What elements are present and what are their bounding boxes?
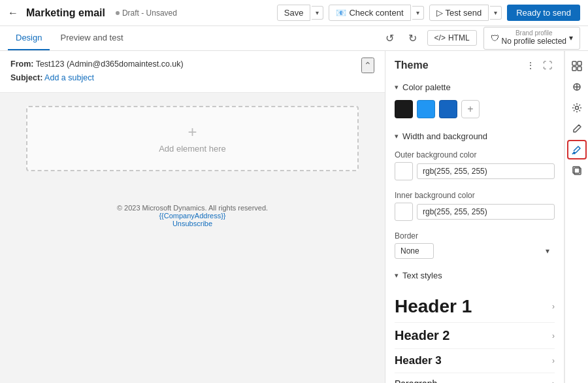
email-body: + Add element here — [0, 93, 385, 197]
footer-company-template: {{CompanyAddress}} — [159, 212, 225, 220]
right-panel: Theme ⋮ ⛶ ▾ Color palette + ▾ Width a — [385, 51, 588, 383]
drop-zone-plus-icon: + — [188, 123, 197, 141]
outer-bg-color-preview[interactable] — [395, 162, 413, 180]
email-header: From: Test123 (Admin@d365domaintest.co.u… — [0, 51, 385, 93]
color-swatch-0[interactable] — [395, 100, 413, 118]
tab-preview-test[interactable]: Preview and test — [52, 26, 131, 50]
draft-status: Draft - Unsaved — [116, 8, 177, 18]
inner-bg-label: Inner background color — [395, 191, 555, 200]
paragraph-label: Paragraph — [395, 378, 437, 383]
theme-header: Theme ⋮ ⛶ — [385, 51, 564, 77]
inner-bg-input[interactable] — [417, 204, 555, 220]
test-send-chevron[interactable]: ▾ — [490, 6, 502, 20]
email-meta: From: Test123 (Admin@d365domaintest.co.u… — [10, 58, 184, 86]
test-send-button[interactable]: ▷ Test send — [429, 5, 489, 21]
text-styles-section-header[interactable]: ▾ Text styles — [385, 265, 564, 286]
email-footer: © 2023 Microsoft Dynamics. All rights re… — [0, 197, 385, 234]
theme-panel: Theme ⋮ ⛶ ▾ Color palette + ▾ Width a — [385, 51, 564, 383]
border-select-wrapper: None Solid Dashed Dotted — [395, 243, 555, 259]
brand-profile-value: No profile selected — [502, 37, 566, 46]
from-value: Test123 (Admin@d365domaintest.co.uk) — [36, 59, 184, 69]
page-title: Marketing email — [26, 7, 105, 19]
h3-label: Header 3 — [395, 354, 442, 367]
drop-zone[interactable]: + Add element here — [26, 106, 359, 171]
brand-chevron-icon: ▾ — [569, 33, 573, 42]
svg-line-8 — [572, 154, 573, 155]
footer-unsubscribe-link[interactable]: Unsubscribe — [172, 220, 212, 227]
redo-button[interactable]: ↻ — [404, 29, 421, 47]
elements-icon — [572, 82, 582, 92]
tab-design[interactable]: Design — [8, 26, 50, 50]
inner-bg-input-row — [395, 203, 555, 221]
border-select[interactable]: None Solid Dashed Dotted — [395, 243, 434, 259]
check-content-chevron[interactable]: ▾ — [412, 6, 424, 20]
theme-title: Theme — [395, 59, 429, 71]
test-send-icon: ▷ — [436, 8, 443, 18]
border-label: Border — [395, 231, 555, 241]
side-toolbar — [564, 51, 588, 383]
save-button[interactable]: Save — [277, 5, 311, 21]
check-content-button[interactable]: 📧 Check content — [329, 5, 410, 21]
paragraph-chevron-icon: › — [552, 379, 555, 383]
width-background-section-header[interactable]: ▾ Width and background — [385, 126, 564, 146]
subject-row: Subject: Add a subject — [10, 71, 184, 85]
svg-rect-1 — [578, 61, 581, 65]
draft-status-text: Draft - Unsaved — [122, 8, 177, 18]
color-palette-chevron-icon: ▾ — [395, 83, 399, 92]
text-style-h2[interactable]: Header 2 › — [395, 323, 555, 349]
undo-button[interactable]: ↺ — [382, 29, 398, 47]
width-background-label: Width and background — [402, 131, 487, 141]
theme-paint-tool-button[interactable] — [567, 140, 587, 159]
svg-point-7 — [575, 107, 578, 110]
color-add-button[interactable]: + — [461, 100, 480, 118]
svg-rect-0 — [572, 61, 576, 65]
outer-bg-label: Outer background color — [395, 150, 555, 159]
theme-fullscreen-button[interactable]: ⛶ — [540, 59, 555, 72]
color-palette-section-header[interactable]: ▾ Color palette — [385, 77, 564, 97]
sub-bar: Design Preview and test ↺ ↻ </> HTML 🛡 B… — [0, 26, 588, 51]
html-button[interactable]: </> HTML — [427, 30, 477, 46]
text-styles-label: Text styles — [402, 271, 442, 280]
settings-tool-button[interactable] — [567, 98, 587, 118]
html-label: HTML — [448, 33, 470, 42]
footer-copyright: © 2023 Microsoft Dynamics. All rights re… — [0, 204, 385, 212]
theme-menu-button[interactable]: ⋮ — [523, 59, 538, 72]
back-button[interactable]: ← — [8, 7, 18, 19]
footer-company: {{CompanyAddress}} — [0, 212, 385, 220]
color-palette: + — [385, 97, 564, 126]
personalize-tool-button[interactable] — [567, 119, 587, 139]
elements-tool-button[interactable] — [567, 77, 587, 97]
check-content-group: 📧 Check content ▾ — [329, 5, 423, 21]
outer-bg-input[interactable] — [417, 163, 555, 179]
check-content-label: Check content — [349, 8, 403, 18]
brand-profile-button[interactable]: 🛡 Brand profile No profile selected ▾ — [483, 27, 580, 49]
draft-dot — [116, 11, 120, 15]
svg-rect-3 — [578, 67, 581, 71]
save-chevron-button[interactable]: ▾ — [312, 6, 323, 20]
layers-tool-button[interactable] — [567, 161, 587, 180]
border-field: Border None Solid Dashed Dotted — [385, 227, 564, 265]
check-content-icon: 📧 — [336, 8, 346, 18]
personalize-icon — [572, 124, 582, 134]
from-label: From: — [10, 59, 33, 69]
width-background-chevron-icon: ▾ — [395, 132, 399, 141]
layout-tool-button[interactable] — [567, 56, 587, 76]
color-swatch-1[interactable] — [417, 100, 435, 118]
subject-link[interactable]: Add a subject — [44, 73, 94, 82]
test-send-label: Test send — [446, 8, 482, 18]
top-bar: ← Marketing email Draft - Unsaved Save ▾… — [0, 0, 588, 26]
text-style-h1[interactable]: Header 1 › — [395, 291, 555, 323]
canvas-area: From: Test123 (Admin@d365domaintest.co.u… — [0, 51, 385, 383]
h2-chevron-icon: › — [552, 331, 555, 341]
color-swatch-2[interactable] — [439, 100, 457, 118]
text-style-paragraph[interactable]: Paragraph › — [395, 373, 555, 383]
subject-label: Subject: — [10, 73, 42, 82]
ready-send-button[interactable]: Ready to send — [507, 5, 580, 21]
layout-icon — [572, 61, 582, 71]
inner-bg-color-preview[interactable] — [395, 203, 413, 221]
html-icon: </> — [434, 33, 446, 42]
text-styles-list: Header 1 › Header 2 › Header 3 › Paragra… — [385, 286, 564, 383]
from-row: From: Test123 (Admin@d365domaintest.co.u… — [10, 58, 184, 71]
text-style-h3[interactable]: Header 3 › — [395, 349, 555, 373]
collapse-header-button[interactable]: ⌃ — [361, 58, 374, 73]
